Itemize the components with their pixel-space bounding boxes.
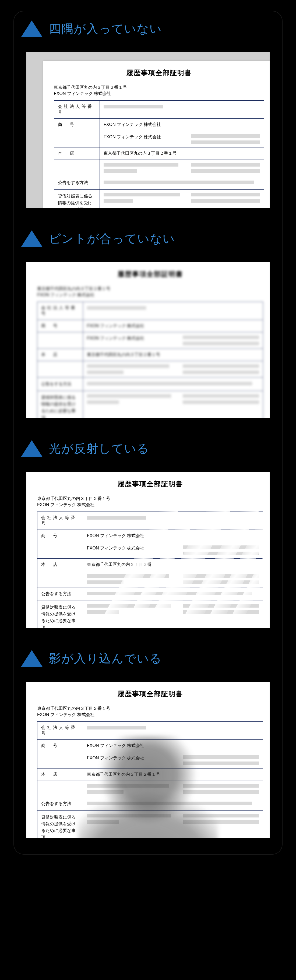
table-row: 商 号 FXON フィンテック 株式会社 [37,530,263,542]
table-row: 公告をする方法 [37,587,263,601]
preview-image-blur: 履歴事項全部証明書 東京都千代田区丸の内３丁目２番１号 FXON フィンテック … [26,262,270,418]
doc-title: 履歴事項全部証明書 [37,479,263,488]
addr-line2: FXON フィンテック 株式会社 [54,91,111,96]
warning-triangle-icon [21,21,43,37]
addr-line1: 東京都千代田区丸の内３丁目２番１号 [37,286,110,291]
table-row [54,160,264,176]
table-row: 会社法人等番号 [37,722,263,740]
addr-line2: FXON フィンテック 株式会社 [37,503,94,507]
document-sheet: 履歴事項全部証明書 東京都千代田区丸の内３丁目２番１号 FXON フィンテック … [43,61,270,208]
examples-container: 四隅が入っていない 履歴事項全部証明書 東京都千代田区丸の内３丁目２番１号 FX… [13,11,283,854]
table-row: 本 店 東京都千代田区丸の内３丁目２番 [37,558,263,571]
label-balance: 貸借対照表に係る情報の提供を受けるために必要な事項 [54,190,100,208]
table-row: 会社法人等番号 [37,512,263,530]
val-trade-name-sub: FXON フィンテック 株式会社 [103,134,187,144]
table-row [37,571,263,587]
example-glare: 光が反射している 履歴事項全部証明書 東京都千代田区丸の内３丁目２番１号 FXO… [13,440,283,633]
doc-address: 東京都千代田区丸の内３丁目２番１号 FXON フィンテック 株式会社 [37,285,263,298]
preview-image-shadow: 履歴事項全部証明書 東京都千代田区丸の内３丁目２番１号 FXON フィンテック … [26,682,270,838]
table-row: 会社法人等番号 [37,302,263,320]
val-trade-name: FXON フィンテック 株式会社 [100,119,264,131]
preview-frame: 履歴事項全部証明書 東京都千代田区丸の内３丁目２番１号 FXON フィンテック … [22,677,274,843]
document-sheet: 履歴事項全部証明書 東京都千代田区丸の内３丁目２番１号 FXON フィンテック … [26,472,270,628]
table-row: 貸借対照表に係る情報の提供を受けるために必要な事項 [37,811,263,838]
doc-title: 履歴事項全部証明書 [54,68,264,77]
registry-table: 会社法人等番号 商 号 FXON フィンテック 株式会社 FXON フィンテック… [37,512,263,628]
doc-title: 履歴事項全部証明書 [37,270,263,278]
doc-title: 履歴事項全部証明書 [37,689,263,698]
table-row: 公告をする方法 [37,797,263,811]
addr-line2: FXON フィンテック 株式会社 [37,712,94,717]
preview-frame: 履歴事項全部証明書 東京都千代田区丸の内３丁目２番１号 FXON フィンテック … [22,47,274,213]
heading-row: 四隅が入っていない [13,21,283,37]
table-row: 商 号 FXON フィンテック 株式会社 [54,119,264,131]
heading-text: 四隅が入っていない [49,21,162,37]
table-row: 会社法人等番号 [54,101,264,119]
example-shadow: 影が入り込んでいる 履歴事項全部証明書 東京都千代田区丸の内３丁目２番１号 FX… [13,650,283,843]
table-row: FXON フィンテック 株式会社 [37,332,263,349]
table-row [37,781,263,797]
label-notice: 公告をする方法 [54,176,100,190]
val-head-office: 東京都千代田区丸の内３丁目２番１号 [100,148,264,160]
table-row: 貸借対照表に係る情報の提供を受けるために必要な事項 [37,601,263,628]
table-row [37,361,263,377]
table-row: 貸借対照表に係る情報の提供を受けるために必要な事項 [37,391,263,418]
heading-text: 光が反射している [49,441,150,457]
table-row: 本 店 東京都千代田区丸の内３丁目２番１号 [54,148,264,160]
table-row: 貸借対照表に係る情報の提供を受けるために必要な事項 [54,190,264,208]
table-row: FXON フィンテック 株式会社 [37,752,263,768]
heading-row: 影が入り込んでいる [13,650,283,667]
preview-image-cropped: 履歴事項全部証明書 東京都千代田区丸の内３丁目２番１号 FXON フィンテック … [26,52,270,208]
addr-line1: 東京都千代田区丸の内３丁目２番１号 [37,496,110,501]
warning-triangle-icon [21,230,43,247]
preview-frame: 履歴事項全部証明書 東京都千代田区丸の内３丁目２番１号 FXON フィンテック … [22,257,274,423]
table-row: 本 店 東京都千代田区丸の内３丁目２番１号 [37,768,263,781]
doc-address: 東京都千代田区丸の内３丁目２番１号 FXON フィンテック 株式会社 [37,495,263,508]
registry-table: 会社法人等番号 商 号 FXON フィンテック 株式会社 FXON フィンテック… [37,721,263,838]
heading-row: ピントが合っていない [13,230,283,247]
table-row: 商 号 FXON フィンテック 株式会社 [37,320,263,332]
table-row: 公告をする方法 [54,176,264,190]
registry-table: 会社法人等番号 商 号 FXON フィンテック 株式会社 FXON フィンテック… [54,100,264,208]
label-trade-name: 商 号 [54,119,100,131]
warning-triangle-icon [21,440,43,457]
preview-image-glare: 履歴事項全部証明書 東京都千代田区丸の内３丁目２番１号 FXON フィンテック … [26,472,270,628]
table-row: 本 店 東京都千代田区丸の内３丁目２番１号 [37,349,263,361]
heading-text: ピントが合っていない [49,231,175,247]
table-row: 商 号 FXON フィンテック 株式会社 [37,740,263,752]
example-blur: ピントが合っていない 履歴事項全部証明書 東京都千代田区丸の内３丁目２番１号 F… [13,230,283,423]
addr-line1: 東京都千代田区丸の内３丁目２番１号 [37,706,110,711]
document-sheet: 履歴事項全部証明書 東京都千代田区丸の内３丁目２番１号 FXON フィンテック … [26,262,270,418]
example-cropped: 四隅が入っていない 履歴事項全部証明書 東京都千代田区丸の内３丁目２番１号 FX… [13,21,283,213]
doc-address: 東京都千代田区丸の内３丁目２番１号 FXON フィンテック 株式会社 [37,705,263,718]
document-sheet: 履歴事項全部証明書 東京都千代田区丸の内３丁目２番１号 FXON フィンテック … [26,682,270,838]
doc-address: 東京都千代田区丸の内３丁目２番１号 FXON フィンテック 株式会社 [54,84,264,97]
addr-line2: FXON フィンテック 株式会社 [37,293,94,297]
heading-text: 影が入り込んでいる [49,651,162,667]
table-row: 公告をする方法 [37,377,263,391]
registry-table: 会社法人等番号 商 号 FXON フィンテック 株式会社 FXON フィンテック… [37,302,263,418]
table-row: FXON フィンテック 株式会社 [54,131,264,148]
table-row: FXON フィンテック 株式会社 [37,542,263,558]
preview-frame: 履歴事項全部証明書 東京都千代田区丸の内３丁目２番１号 FXON フィンテック … [22,467,274,633]
label-head-office: 本 店 [54,148,100,160]
addr-line1: 東京都千代田区丸の内３丁目２番１号 [54,85,127,90]
warning-triangle-icon [21,650,43,667]
label-corp-num: 会社法人等番号 [54,101,100,119]
heading-row: 光が反射している [13,440,283,457]
